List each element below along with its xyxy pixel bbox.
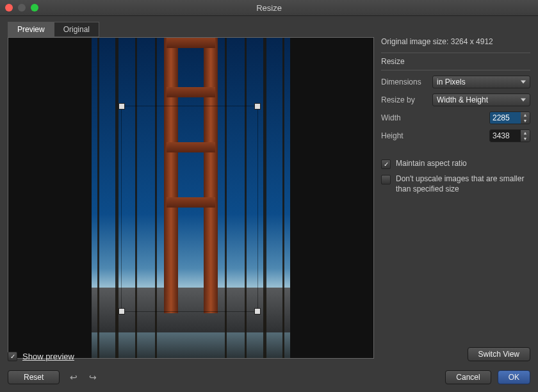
dimensions-select[interactable]: in Pixels: [432, 76, 530, 88]
cancel-button[interactable]: Cancel: [445, 370, 491, 384]
dimensions-label: Dimensions: [381, 78, 432, 86]
settings-panel: Original image size: 3264 x 4912 Resize …: [381, 37, 530, 199]
original-size-label: Original image size: 3264 x 4912: [381, 37, 530, 46]
no-upscale-checkbox[interactable]: [381, 175, 391, 184]
resize-handle-tr[interactable]: [254, 103, 261, 110]
resize-marquee[interactable]: [121, 106, 258, 312]
tab-bar: Preview Original: [0, 15, 538, 37]
tab-original[interactable]: Original: [54, 22, 99, 37]
window-title: Resize: [0, 3, 538, 13]
width-label: Width: [381, 113, 432, 122]
resize-handle-br[interactable]: [254, 308, 261, 314]
height-stepper[interactable]: ▲▼: [521, 130, 530, 142]
resize-handle-tl[interactable]: [118, 103, 125, 110]
window-minimize-button[interactable]: [18, 4, 26, 12]
redo-arrow-icon[interactable]: ↪: [89, 372, 97, 382]
undo-arrow-icon[interactable]: ↩: [70, 372, 77, 382]
no-upscale-label: Don't upscale images that are smaller th…: [396, 174, 530, 194]
height-input[interactable]: [490, 130, 521, 142]
resize-by-label: Resize by: [381, 95, 432, 104]
window-close-button[interactable]: [5, 4, 13, 12]
width-input[interactable]: [490, 112, 521, 124]
resize-handle-bl[interactable]: [118, 308, 125, 314]
ok-button[interactable]: OK: [498, 370, 530, 384]
show-preview-checkbox[interactable]: ✓: [8, 352, 17, 361]
maintain-ratio-checkbox[interactable]: ✓: [381, 159, 391, 169]
titlebar: Resize: [0, 0, 538, 16]
preview-image: [92, 38, 290, 358]
maintain-ratio-label: Maintain aspect ratio: [396, 159, 467, 169]
resize-by-select[interactable]: Width & Height: [432, 94, 530, 106]
window-zoom-button[interactable]: [31, 4, 38, 12]
switch-view-button[interactable]: Switch View: [468, 347, 530, 361]
height-label: Height: [381, 131, 432, 140]
tab-preview[interactable]: Preview: [8, 22, 54, 37]
reset-button[interactable]: Reset: [8, 370, 60, 384]
width-stepper[interactable]: ▲▼: [521, 112, 530, 124]
show-preview-label: Show preview: [22, 352, 74, 361]
resize-section-label: Resize: [381, 57, 530, 66]
preview-area[interactable]: [8, 37, 374, 359]
